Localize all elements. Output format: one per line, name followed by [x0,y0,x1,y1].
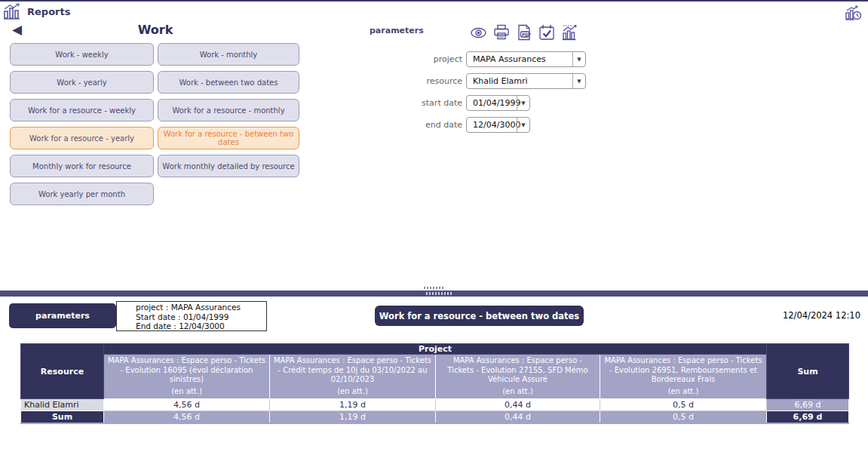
grand-total-cell: 6,69 d [767,411,849,423]
table-column-header-row: MAPA Assurances : Espace perso - Tickets… [21,355,849,399]
sum-value-cell: 4,56 d [104,411,270,423]
work-value-cell: 0,5 d [600,399,767,411]
reports-chart-icon [3,3,23,21]
project-field-row: project MAPA Assurances ▼ [370,51,586,67]
summary-end-date-line: End date : 12/04/3000 [136,321,265,331]
section-title: Work [0,21,311,37]
work-value-cell: 0,44 d [436,399,600,411]
project-column-title: MAPA Assurances : Espace perso - Tickets… [273,356,432,385]
report-button-grid: Work - weekly Work - monthly Work - year… [10,43,311,205]
report-button-work-monthly[interactable]: Work - monthly [158,43,299,66]
project-column-status: (en att.) [273,387,432,397]
parameters-label: parameters [370,26,424,35]
summary-project-line: project : MAPA Assurances [136,303,265,312]
project-column-header: MAPA Assurances : Espace perso - Tickets… [600,355,767,399]
report-button-work-between-two-dates[interactable]: Work - between two dates [158,71,299,94]
app-header: Reports [0,2,868,23]
end-date-value: 12/04/3000 [467,118,517,132]
horizontal-splitter[interactable] [0,291,868,297]
report-button-work-monthly-detailed[interactable]: Work monthly detailed by resource [158,155,299,177]
project-column-header: MAPA Assurances : Espace perso - Tickets… [104,355,270,399]
end-date-label: end date [370,120,466,130]
summary-start-date-line: Start date : 01/04/1999 [136,312,265,322]
start-date-value: 01/04/1999 [467,96,517,110]
chart-report-icon[interactable] [562,24,579,41]
project-label: project [370,54,466,64]
work-history-icon[interactable] [845,5,862,21]
sum-value-cell: 1,19 d [270,411,436,423]
report-parameters-badge: parameters [9,303,116,328]
report-toolbar: PDF [471,23,579,42]
sum-column-header: Sum [767,344,849,399]
end-date-field-row: end date 12/04/3000 ▼ [370,117,530,133]
report-button-work-yearly-per-month[interactable]: Work yearly per month [10,183,154,205]
project-group-header: Project [104,344,767,355]
project-column-header: MAPA Assurances : Espace perso - Tickets… [270,355,436,399]
work-report-table: Resource Project Sum MAPA Assurances : E… [20,343,849,424]
report-title-badge: Work for a resource - between two dates [375,306,584,326]
table-row: Khalid Elamri 4,56 d 1,19 d 0,44 d 0,5 d… [21,399,849,411]
chevron-down-icon[interactable]: ▼ [517,96,529,110]
svg-text:PDF: PDF [522,32,532,37]
splitter-collapse-handle[interactable] [424,287,443,289]
work-value-cell: 4,56 d [104,399,270,411]
project-select[interactable]: MAPA Assurances ▼ [466,51,586,67]
work-report-panel: ◀ Work Work - weekly Work - monthly Work… [0,21,311,205]
resource-name-cell: Khalid Elamri [21,399,104,411]
row-sum-cell: 6,69 d [767,399,849,411]
report-button-resource-weekly[interactable]: Work for a resource - weekly [10,99,154,121]
report-button-resource-yearly[interactable]: Work for a resource - yearly [10,127,154,149]
page-title: Reports [27,6,70,17]
report-button-work-yearly[interactable]: Work - yearly [10,71,154,94]
print-icon[interactable] [493,24,510,41]
chevron-down-icon[interactable]: ▼ [572,52,585,66]
sum-value-cell: 0,44 d [436,411,600,423]
report-button-work-weekly[interactable]: Work - weekly [10,43,154,66]
project-column-status: (en att.) [439,387,597,397]
report-timestamp: 12/04/2024 12:10 [783,310,860,321]
report-table-container: Resource Project Sum MAPA Assurances : E… [20,343,849,424]
project-value: MAPA Assurances [467,52,572,66]
back-arrow-button[interactable]: ◀ [12,23,22,36]
project-column-title: MAPA Assurances : Espace perso - Tickets… [107,356,266,385]
report-button-monthly-work-for-resource[interactable]: Monthly work for resource [10,155,154,177]
report-button-resource-monthly[interactable]: Work for a resource - monthly [158,99,299,121]
start-date-label: start date [370,98,466,108]
calendar-check-icon[interactable] [538,24,555,41]
pdf-icon[interactable]: PDF [517,24,532,41]
project-column-title: MAPA Assurances : Espace perso - Tickets… [439,356,597,385]
resource-select[interactable]: Khalid Elamri ▼ [466,73,586,89]
project-column-title: MAPA Assurances : Espace perso - Tickets… [603,356,763,385]
project-column-status: (en att.) [107,387,266,397]
start-date-input[interactable]: 01/04/1999 ▼ [466,95,530,111]
resource-field-row: resource Khalid Elamri ▼ [370,73,586,89]
chevron-down-icon[interactable]: ▼ [572,74,585,88]
resource-label: resource [370,76,466,86]
report-button-resource-between-two-dates[interactable]: Work for a resource - between two dates [158,127,299,149]
table-group-header-row: Resource Project Sum [21,344,849,355]
resource-value: Khalid Elamri [467,74,572,88]
splitter-drag-handle[interactable] [426,292,452,295]
sum-row-label: Sum [21,411,104,423]
report-parameters-summary: project : MAPA Assurances Start date : 0… [116,301,267,331]
project-column-header: MAPA Assurances : Espace perso - Tickets… [436,355,600,399]
resource-column-header: Resource [21,344,104,399]
sum-value-cell: 0,5 d [600,411,767,423]
work-value-cell: 1,19 d [270,399,436,411]
chevron-down-icon[interactable]: ▼ [517,118,529,132]
table-sum-row: Sum 4,56 d 1,19 d 0,44 d 0,5 d 6,69 d [21,411,849,423]
start-date-field-row: start date 01/04/1999 ▼ [370,95,530,111]
eye-icon[interactable] [471,27,486,38]
project-column-status: (en att.) [603,387,763,397]
end-date-input[interactable]: 12/04/3000 ▼ [466,117,530,133]
